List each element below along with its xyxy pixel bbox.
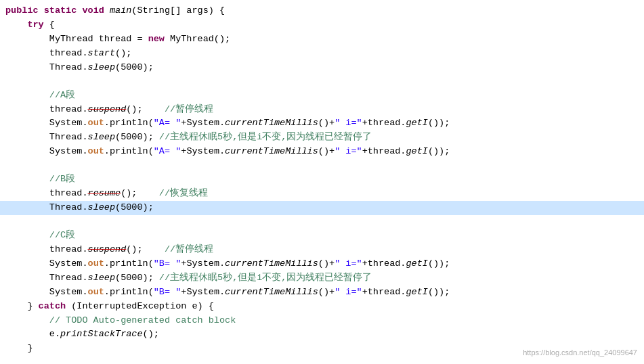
code-line: } catch (InterruptedException e) {	[0, 300, 644, 314]
code-line: thread.suspend(); //暂停线程	[0, 243, 644, 257]
code-line: //A段	[0, 89, 644, 103]
code-line	[0, 215, 644, 229]
code-line: System.out.println("A= "+System.currentT…	[0, 145, 644, 159]
code-line: MyThread thread = new MyThread();	[0, 32, 644, 47]
code-line: System.out.println("B= "+System.currentT…	[0, 257, 644, 271]
code-line: //C段	[0, 229, 644, 243]
code-line: try {	[0, 18, 644, 32]
code-line: e.printStackTrace();	[0, 327, 644, 342]
code-line: //B段	[0, 173, 644, 187]
code-line: thread.resume(); //恢复线程	[0, 187, 644, 201]
code-line: public static void main(String[] args) {	[0, 4, 644, 18]
code-line: Thread.sleep(5000); //主线程休眠5秒,但是i不变,因为线程…	[0, 131, 644, 145]
code-line: System.out.println("B= "+System.currentT…	[0, 286, 644, 300]
code-line: Thread.sleep(5000);	[0, 201, 644, 215]
code-line	[0, 159, 644, 173]
code-line: System.out.println("A= "+System.currentT…	[0, 116, 644, 131]
code-line: Thread.sleep(5000); //主线程休眠5秒,但是i不变,因为线程…	[0, 271, 644, 286]
code-line	[0, 75, 644, 89]
code-line: thread.start();	[0, 47, 644, 61]
code-line: // TODO Auto-generated catch block	[0, 314, 644, 328]
code-line: Thread.sleep(5000);	[0, 61, 644, 75]
code-line: thread.suspend(); //暂停线程	[0, 103, 644, 117]
watermark: https://blog.csdn.net/qq_24099647	[523, 347, 637, 359]
code-content: public static void main(String[] args) {…	[0, 4, 644, 356]
code-editor: public static void main(String[] args) {…	[0, 0, 644, 364]
